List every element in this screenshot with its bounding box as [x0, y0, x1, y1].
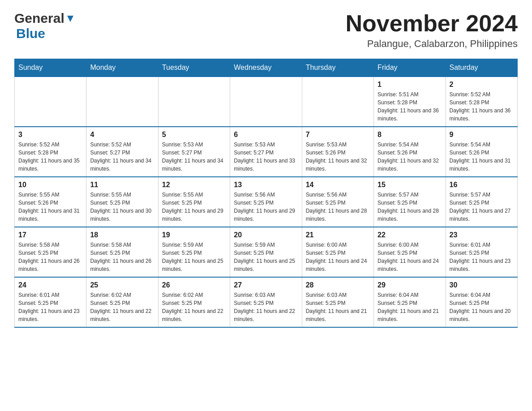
table-row: 23Sunrise: 6:01 AM Sunset: 5:25 PM Dayli… [446, 227, 517, 277]
table-row [302, 77, 373, 127]
day-number: 24 [18, 281, 82, 289]
day-number: 6 [234, 131, 298, 139]
day-info: Sunrise: 6:03 AM Sunset: 5:25 PM Dayligh… [306, 291, 370, 323]
day-number: 12 [162, 181, 226, 189]
day-info: Sunrise: 6:04 AM Sunset: 5:25 PM Dayligh… [378, 291, 442, 323]
header: General Blue November 2024 Palangue, Cal… [14, 11, 518, 50]
table-row: 6Sunrise: 5:53 AM Sunset: 5:27 PM Daylig… [230, 127, 302, 177]
table-row: 20Sunrise: 5:59 AM Sunset: 5:25 PM Dayli… [230, 227, 302, 277]
table-row [15, 77, 86, 127]
table-row: 25Sunrise: 6:02 AM Sunset: 5:25 PM Dayli… [86, 277, 158, 327]
day-info: Sunrise: 5:56 AM Sunset: 5:25 PM Dayligh… [234, 191, 298, 223]
col-monday: Monday [86, 59, 158, 77]
day-info: Sunrise: 6:00 AM Sunset: 5:25 PM Dayligh… [306, 241, 370, 273]
day-number: 17 [18, 231, 82, 239]
table-row: 16Sunrise: 5:57 AM Sunset: 5:25 PM Dayli… [446, 177, 517, 227]
day-info: Sunrise: 5:52 AM Sunset: 5:27 PM Dayligh… [90, 141, 154, 173]
table-row: 8Sunrise: 5:54 AM Sunset: 5:26 PM Daylig… [374, 127, 446, 177]
table-row: 7Sunrise: 5:53 AM Sunset: 5:26 PM Daylig… [302, 127, 373, 177]
logo-blue-text: Blue [16, 26, 45, 41]
calendar-title: November 2024 [346, 11, 518, 36]
col-saturday: Saturday [446, 59, 517, 77]
day-number: 11 [90, 181, 154, 189]
day-number: 30 [450, 281, 514, 289]
day-info: Sunrise: 5:58 AM Sunset: 5:25 PM Dayligh… [90, 241, 154, 273]
table-row: 4Sunrise: 5:52 AM Sunset: 5:27 PM Daylig… [86, 127, 158, 177]
table-row [230, 77, 302, 127]
table-row: 28Sunrise: 6:03 AM Sunset: 5:25 PM Dayli… [302, 277, 373, 327]
table-row: 17Sunrise: 5:58 AM Sunset: 5:25 PM Dayli… [15, 227, 86, 277]
calendar-table: Sunday Monday Tuesday Wednesday Thursday… [14, 59, 518, 328]
day-number: 15 [378, 181, 442, 189]
day-info: Sunrise: 5:59 AM Sunset: 5:25 PM Dayligh… [162, 241, 226, 273]
table-row: 9Sunrise: 5:54 AM Sunset: 5:26 PM Daylig… [446, 127, 517, 177]
col-friday: Friday [374, 59, 446, 77]
logo-general-text: General [14, 11, 64, 26]
day-info: Sunrise: 5:58 AM Sunset: 5:25 PM Dayligh… [18, 241, 82, 273]
table-row: 22Sunrise: 6:00 AM Sunset: 5:25 PM Dayli… [374, 227, 446, 277]
table-row: 10Sunrise: 5:55 AM Sunset: 5:26 PM Dayli… [15, 177, 86, 227]
day-number: 2 [450, 81, 514, 89]
calendar-week-row: 3Sunrise: 5:52 AM Sunset: 5:28 PM Daylig… [15, 127, 518, 177]
day-number: 22 [378, 231, 442, 239]
day-info: Sunrise: 6:04 AM Sunset: 5:25 PM Dayligh… [450, 291, 514, 323]
day-number: 16 [450, 181, 514, 189]
day-info: Sunrise: 5:53 AM Sunset: 5:26 PM Dayligh… [306, 141, 370, 173]
day-number: 9 [450, 131, 514, 139]
svg-marker-0 [67, 16, 73, 22]
table-row: 19Sunrise: 5:59 AM Sunset: 5:25 PM Dayli… [158, 227, 230, 277]
day-number: 19 [162, 231, 226, 239]
day-number: 18 [90, 231, 154, 239]
day-number: 7 [306, 131, 370, 139]
table-row: 21Sunrise: 6:00 AM Sunset: 5:25 PM Dayli… [302, 227, 373, 277]
day-info: Sunrise: 5:51 AM Sunset: 5:28 PM Dayligh… [378, 90, 442, 123]
day-number: 10 [18, 181, 82, 189]
day-number: 25 [90, 281, 154, 289]
table-row: 27Sunrise: 6:03 AM Sunset: 5:25 PM Dayli… [230, 277, 302, 327]
logo: General Blue [14, 11, 75, 41]
col-sunday: Sunday [15, 59, 86, 77]
logo-triangle-icon [65, 14, 75, 24]
day-info: Sunrise: 5:55 AM Sunset: 5:25 PM Dayligh… [90, 191, 154, 223]
table-row: 18Sunrise: 5:58 AM Sunset: 5:25 PM Dayli… [86, 227, 158, 277]
day-info: Sunrise: 6:03 AM Sunset: 5:25 PM Dayligh… [234, 291, 298, 323]
table-row [158, 77, 230, 127]
table-row: 24Sunrise: 6:01 AM Sunset: 5:25 PM Dayli… [15, 277, 86, 327]
day-number: 13 [234, 181, 298, 189]
day-number: 5 [162, 131, 226, 139]
day-number: 14 [306, 181, 370, 189]
table-row [86, 77, 158, 127]
table-row: 30Sunrise: 6:04 AM Sunset: 5:25 PM Dayli… [446, 277, 517, 327]
col-tuesday: Tuesday [158, 59, 230, 77]
day-info: Sunrise: 6:02 AM Sunset: 5:25 PM Dayligh… [90, 291, 154, 323]
day-number: 1 [378, 81, 442, 89]
table-row: 13Sunrise: 5:56 AM Sunset: 5:25 PM Dayli… [230, 177, 302, 227]
day-info: Sunrise: 5:53 AM Sunset: 5:27 PM Dayligh… [162, 141, 226, 173]
table-row: 12Sunrise: 5:55 AM Sunset: 5:25 PM Dayli… [158, 177, 230, 227]
day-number: 26 [162, 281, 226, 289]
day-info: Sunrise: 5:53 AM Sunset: 5:27 PM Dayligh… [234, 141, 298, 173]
day-number: 29 [378, 281, 442, 289]
day-number: 23 [450, 231, 514, 239]
calendar-week-row: 1Sunrise: 5:51 AM Sunset: 5:28 PM Daylig… [15, 77, 518, 127]
day-info: Sunrise: 5:54 AM Sunset: 5:26 PM Dayligh… [450, 141, 514, 173]
day-info: Sunrise: 5:59 AM Sunset: 5:25 PM Dayligh… [234, 241, 298, 273]
calendar-week-row: 17Sunrise: 5:58 AM Sunset: 5:25 PM Dayli… [15, 227, 518, 277]
day-info: Sunrise: 6:02 AM Sunset: 5:25 PM Dayligh… [162, 291, 226, 323]
day-info: Sunrise: 5:57 AM Sunset: 5:25 PM Dayligh… [378, 191, 442, 223]
day-number: 21 [306, 231, 370, 239]
day-info: Sunrise: 5:52 AM Sunset: 5:28 PM Dayligh… [450, 90, 514, 123]
col-wednesday: Wednesday [230, 59, 302, 77]
day-info: Sunrise: 5:54 AM Sunset: 5:26 PM Dayligh… [378, 141, 442, 173]
day-number: 27 [234, 281, 298, 289]
calendar-week-row: 24Sunrise: 6:01 AM Sunset: 5:25 PM Dayli… [15, 277, 518, 327]
day-info: Sunrise: 6:01 AM Sunset: 5:25 PM Dayligh… [18, 291, 82, 323]
day-info: Sunrise: 5:52 AM Sunset: 5:28 PM Dayligh… [18, 141, 82, 173]
day-info: Sunrise: 5:55 AM Sunset: 5:26 PM Dayligh… [18, 191, 82, 223]
day-info: Sunrise: 6:00 AM Sunset: 5:25 PM Dayligh… [378, 241, 442, 273]
day-info: Sunrise: 5:56 AM Sunset: 5:25 PM Dayligh… [306, 191, 370, 223]
day-number: 4 [90, 131, 154, 139]
day-number: 28 [306, 281, 370, 289]
calendar-week-row: 10Sunrise: 5:55 AM Sunset: 5:26 PM Dayli… [15, 177, 518, 227]
table-row: 1Sunrise: 5:51 AM Sunset: 5:28 PM Daylig… [374, 77, 446, 127]
